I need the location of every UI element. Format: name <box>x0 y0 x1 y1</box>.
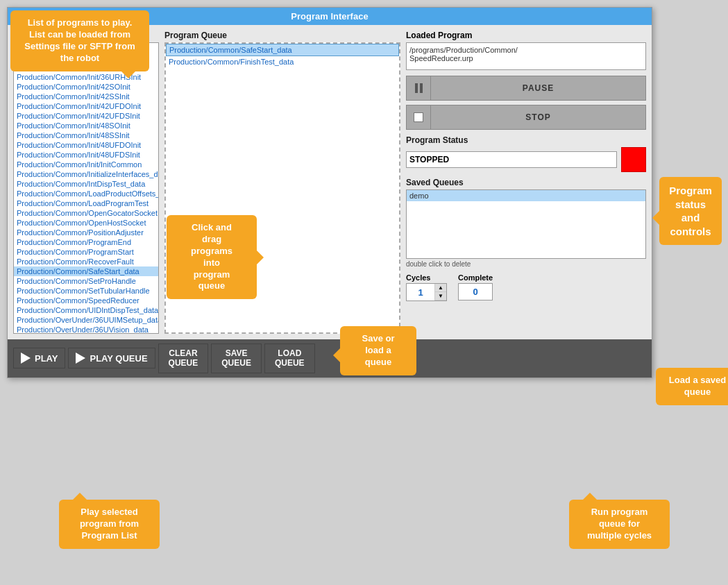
list-item[interactable]: Production/Common/LoadProductOffsets_dat… <box>14 189 158 198</box>
list-item[interactable]: Production/Common/SpeedReducer <box>14 296 158 305</box>
list-item[interactable]: Production/Common/PositionAdjuster <box>14 228 158 237</box>
loaded-program-path: /programs/Production/Common/SpeedReducer… <box>406 42 646 70</box>
play-queue-label: PLAY QUEUE <box>90 353 147 364</box>
queue-item[interactable]: Production/Common/FinishTest_data <box>166 56 399 67</box>
program-status-label: Program Status <box>406 135 646 145</box>
program-queue-label: Program Queue <box>164 31 400 40</box>
play-label: PLAY <box>35 353 58 364</box>
list-item[interactable]: Production/Common/InitializeInterfaces_d… <box>14 169 158 179</box>
cycles-increment[interactable]: ▲ <box>435 284 446 292</box>
list-item[interactable]: Production/Common/OpenHostSocket <box>14 218 158 228</box>
list-item[interactable]: Production/OverUnder/36UUIMSetup_data <box>14 315 158 325</box>
callout-save-load-text: Save orload aqueue <box>362 333 395 367</box>
play-button[interactable]: PLAY <box>13 348 65 368</box>
queue-item[interactable]: Production/Common/SafeStart_data <box>166 44 399 56</box>
status-row: STOPPED <box>406 147 646 172</box>
list-item[interactable]: Production/Common/IntDispTest_data <box>14 179 158 189</box>
window-title: Program Interface <box>291 11 368 22</box>
callout-program-list: List of programs to play. List can be lo… <box>10 10 149 71</box>
pause-icon <box>415 83 423 93</box>
saved-queues-list[interactable]: demo <box>406 189 646 259</box>
load-queue-button[interactable]: LOADQUEUE <box>264 344 315 373</box>
loaded-program-label: Loaded Program <box>406 31 646 40</box>
delete-hint: double click to delete <box>406 260 646 268</box>
play-icon <box>21 353 31 364</box>
callout-play-selected-text: Play selectedprogram fromProgram List <box>80 507 139 541</box>
list-item[interactable]: Production/Common/Init/42UFDOInit <box>14 101 158 111</box>
pause-button[interactable]: PAUSE <box>406 76 646 101</box>
callout-drag-programs: Click anddragprogramsintoprogramqueue <box>167 215 257 299</box>
clear-queue-button[interactable]: CLEARQUEUE <box>158 344 209 373</box>
callout-save-load: Save orload aqueue <box>340 326 416 375</box>
callout-multiple-cycles: Run programqueue formultiple cycles <box>569 500 670 549</box>
callout-status-text: Programstatusandcontrols <box>669 185 712 237</box>
list-item[interactable]: Production/Common/Init/InitCommon <box>14 160 158 169</box>
stop-button[interactable]: STOP <box>406 105 646 130</box>
list-item[interactable]: Production/Common/Init/42SOInit <box>14 82 158 92</box>
cycles-input-wrapper: ▲ ▼ <box>406 283 447 301</box>
play-queue-button[interactable]: PLAY QUEUE <box>68 348 155 368</box>
cycles-stepper: ▲ ▼ <box>434 284 446 300</box>
stop-icon-area <box>406 105 431 130</box>
cycles-group: Cycles ▲ ▼ <box>406 273 447 301</box>
list-item[interactable]: Production/Common/UIDIntDispTest_data <box>14 305 158 315</box>
list-item[interactable]: Production/Common/Init/36URHSInit <box>14 72 158 82</box>
complete-group: Complete <box>458 273 493 301</box>
stop-icon <box>414 112 423 122</box>
list-item[interactable]: Production/Common/SetTubularHandle <box>14 286 158 296</box>
list-item[interactable]: Production/Common/Init/42SSInit <box>14 92 158 101</box>
callout-program-status: Programstatusandcontrols <box>659 177 722 245</box>
callout-cycles-text: Run programqueue formultiple cycles <box>587 507 652 541</box>
pause-label: PAUSE <box>431 76 646 101</box>
program-list-section: Program List Production/Common/Init/36UL… <box>13 31 159 334</box>
callout-load-saved-queue: Load a savedqueue .callout-load-arrow::a… <box>656 368 728 405</box>
saved-queues-section: Saved Queues demo double click to delete <box>406 178 646 268</box>
controls-section: Loaded Program /programs/Production/Comm… <box>406 31 646 334</box>
list-item[interactable]: Production/Common/SafeStart_data <box>14 266 158 276</box>
list-item[interactable]: Production/Common/OpenGocatorSocket <box>14 208 158 218</box>
status-indicator <box>621 147 646 172</box>
program-list-container[interactable]: Production/Common/Init/36ULHOInitProduct… <box>13 42 159 334</box>
cycles-section: Cycles ▲ ▼ Complete <box>406 273 646 301</box>
list-item[interactable]: Production/Common/RecoverFault <box>14 257 158 266</box>
status-text: STOPPED <box>406 151 617 168</box>
pause-bar-1 <box>415 83 418 93</box>
callout-drag-text: Click anddragprogramsintoprogramqueue <box>191 222 232 291</box>
list-item[interactable]: Production/Common/Init/48UFDSInit <box>14 150 158 160</box>
list-item[interactable]: Production/Common/LoadProgramTest <box>14 198 158 208</box>
list-item[interactable]: Production/OverUnder/36UVision_data <box>14 325 158 334</box>
list-item[interactable]: Production/Common/Init/48SSInit <box>14 130 158 140</box>
play-queue-icon <box>76 353 85 364</box>
pause-bar-2 <box>420 83 423 93</box>
saved-queue-item-demo[interactable]: demo <box>407 190 645 201</box>
program-status-section: Program Status STOPPED <box>406 135 646 172</box>
callout-play-selected: Play selectedprogram fromProgram List <box>59 500 160 549</box>
saved-queues-label: Saved Queues <box>406 178 646 187</box>
cycles-decrement[interactable]: ▼ <box>435 292 446 300</box>
list-item[interactable]: Production/Common/ProgramEnd <box>14 237 158 247</box>
pause-icon-area <box>406 76 431 101</box>
stop-label: STOP <box>431 105 646 130</box>
main-content: Program List Production/Common/Init/36UL… <box>8 25 652 339</box>
callout-load-queue-text: Load a savedqueue <box>669 375 726 397</box>
complete-label: Complete <box>458 273 493 282</box>
list-item[interactable]: Production/Common/Init/48SOInit <box>14 121 158 130</box>
callout-program-list-text: List of programs to play. List can be lo… <box>24 17 135 63</box>
list-item[interactable]: Production/Common/Init/42UFDSInit <box>14 111 158 121</box>
list-item[interactable]: Production/Common/ProgramStart <box>14 247 158 257</box>
complete-value <box>458 283 493 300</box>
cycles-input[interactable] <box>407 285 434 300</box>
list-item[interactable]: Production/Common/SetProHandle <box>14 276 158 286</box>
save-queue-button[interactable]: SAVEQUEUE <box>211 344 262 373</box>
cycles-label: Cycles <box>406 273 430 282</box>
list-item[interactable]: Production/Common/Init/48UFDOInit <box>14 140 158 150</box>
